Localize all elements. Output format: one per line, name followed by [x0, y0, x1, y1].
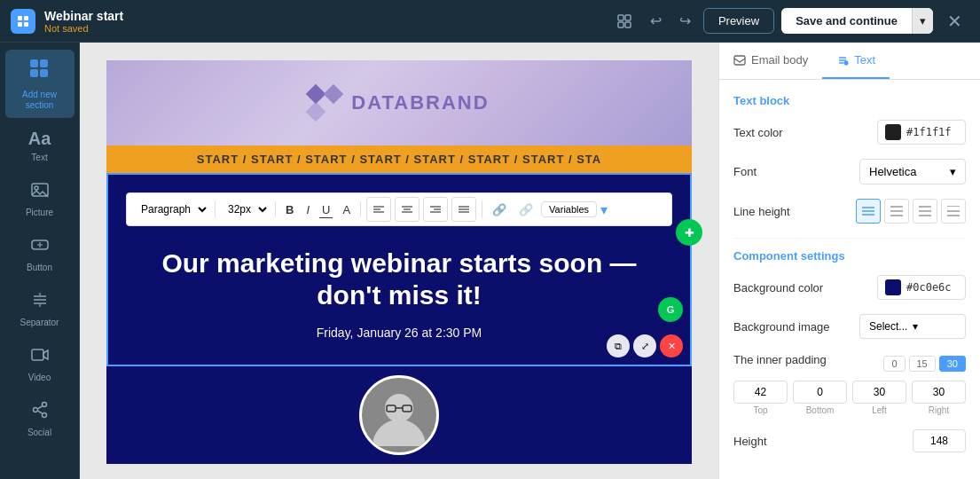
align-right-button[interactable]: [423, 197, 448, 222]
tab-text[interactable]: Text: [822, 43, 890, 79]
font-row: Font Helvetica ▾: [733, 159, 966, 185]
tab-email-body[interactable]: Email body: [719, 43, 822, 79]
toolbar-divider-4: [482, 201, 482, 217]
sidebar-item-text[interactable]: Aa Text: [5, 122, 74, 169]
align-justify-button[interactable]: [451, 197, 476, 222]
text-block[interactable]: Paragraph 32px B I U A: [106, 173, 692, 366]
preview-button[interactable]: Preview: [703, 8, 774, 34]
underline-button[interactable]: U: [318, 200, 334, 219]
bg-image-select[interactable]: Select... ▾: [859, 314, 966, 339]
padding-tab-group: 0 15 30: [883, 356, 966, 372]
copy-block-button[interactable]: ⧉: [607, 334, 630, 357]
sidebar-item-separator[interactable]: Separator: [5, 283, 74, 334]
sidebar-item-text-label: Text: [31, 153, 47, 162]
separator-icon: [30, 290, 50, 314]
padding-right-group: Right: [912, 381, 966, 415]
video-icon: [30, 345, 50, 369]
svg-rect-9: [40, 59, 48, 67]
height-label: Height: [733, 435, 913, 448]
text-color-hex: #1f1f1f: [906, 126, 952, 138]
delete-block-button[interactable]: ✕: [660, 334, 683, 357]
grammarly-button[interactable]: G: [658, 297, 683, 322]
height-row: Height: [733, 429, 966, 452]
save-continue-button[interactable]: Save and continue: [781, 8, 912, 34]
line-height-xl[interactable]: [941, 199, 966, 224]
paragraph-select[interactable]: Paragraph: [134, 200, 209, 218]
italic-button[interactable]: I: [302, 200, 314, 219]
settings-divider: [733, 238, 966, 239]
sidebar-item-picture[interactable]: Picture: [5, 173, 74, 224]
header-actions: ↩ ↪ Preview Save and continue ▾ ✕: [611, 7, 969, 35]
svg-rect-0: [18, 16, 22, 20]
bold-button[interactable]: B: [281, 200, 298, 219]
bg-color-input[interactable]: #0c0e6c: [877, 275, 966, 300]
move-block-button[interactable]: ⤢: [633, 334, 656, 357]
padding-top-input[interactable]: [733, 381, 788, 404]
line-height-medium[interactable]: [884, 199, 909, 224]
padding-tab-0[interactable]: 0: [883, 356, 905, 372]
inner-padding-section: The inner padding 0 15 30 Top Bottom: [733, 353, 966, 415]
align-left-button[interactable]: [366, 197, 391, 222]
diamond-row-2: [309, 105, 341, 119]
svg-point-37: [844, 61, 848, 65]
variables-button[interactable]: Variables: [541, 201, 597, 217]
svg-rect-8: [30, 59, 38, 67]
panel-tabs: Email body Text: [719, 43, 980, 80]
underline-line: [319, 217, 333, 218]
toolbar-divider-2: [275, 201, 276, 217]
button-icon: [30, 235, 50, 259]
main-heading-text[interactable]: Our marketing webinar starts soon — don'…: [126, 233, 672, 326]
close-button[interactable]: ✕: [940, 7, 969, 35]
diamond-group: [309, 87, 341, 119]
font-color-button[interactable]: A: [338, 200, 355, 219]
svg-rect-10: [30, 69, 38, 77]
height-input[interactable]: [913, 429, 966, 452]
redo-button[interactable]: ↪: [674, 7, 696, 35]
sidebar-item-add-section[interactable]: Add newsection: [5, 50, 74, 118]
line-height-large[interactable]: [913, 199, 937, 224]
line-height-single[interactable]: [856, 199, 881, 224]
svg-rect-15: [32, 349, 43, 360]
padding-bottom-input[interactable]: [793, 381, 847, 404]
svg-point-13: [35, 186, 38, 190]
email-canvas-area[interactable]: DATABRAND START / START / START / START …: [80, 43, 718, 479]
svg-rect-3: [24, 22, 28, 27]
unlink-button[interactable]: 🔗: [514, 200, 537, 219]
font-value: Helvetica: [869, 165, 916, 178]
templates-button[interactable]: [611, 8, 638, 35]
save-dropdown-button[interactable]: ▾: [912, 8, 933, 34]
sidebar-item-add-section-label: Add newsection: [22, 90, 57, 111]
expand-button[interactable]: ▾: [600, 201, 608, 218]
font-size-select[interactable]: 32px: [221, 200, 270, 218]
diamond-2: [324, 84, 344, 105]
padding-right-input[interactable]: [912, 381, 966, 404]
diamond-3: [306, 102, 326, 122]
line-height-buttons: [856, 199, 966, 224]
sidebar-item-video[interactable]: Video: [5, 338, 74, 389]
padding-left-input[interactable]: [852, 381, 906, 404]
svg-rect-36: [734, 56, 745, 65]
right-panel: Email body Text Text block Text color #1…: [718, 43, 980, 479]
save-button-group: Save and continue ▾: [781, 8, 933, 34]
font-dropdown-icon: ▾: [950, 165, 956, 178]
link-button[interactable]: 🔗: [488, 200, 511, 219]
padding-left-group: Left: [852, 381, 906, 415]
presenter-avatar: [359, 375, 439, 455]
undo-button[interactable]: ↩: [645, 7, 667, 35]
text-color-swatch: [885, 124, 901, 140]
sidebar-item-social[interactable]: Social: [5, 393, 74, 444]
text-color-input[interactable]: #1f1f1f: [877, 120, 966, 145]
font-label: Font: [733, 165, 859, 178]
save-status: Not saved: [44, 23, 611, 34]
align-center-button[interactable]: [395, 197, 419, 222]
project-title: Webinar start: [44, 9, 611, 23]
font-selector[interactable]: Helvetica ▾: [859, 159, 966, 185]
sidebar-item-button[interactable]: Button: [5, 228, 74, 279]
padding-right-label: Right: [929, 405, 949, 415]
picture-icon: [30, 180, 50, 204]
sidebar-item-social-label: Social: [27, 428, 51, 437]
padding-tab-15[interactable]: 15: [909, 356, 936, 372]
svg-point-18: [42, 413, 46, 418]
add-content-button[interactable]: ✚: [676, 219, 702, 246]
padding-tab-30[interactable]: 30: [939, 356, 966, 372]
